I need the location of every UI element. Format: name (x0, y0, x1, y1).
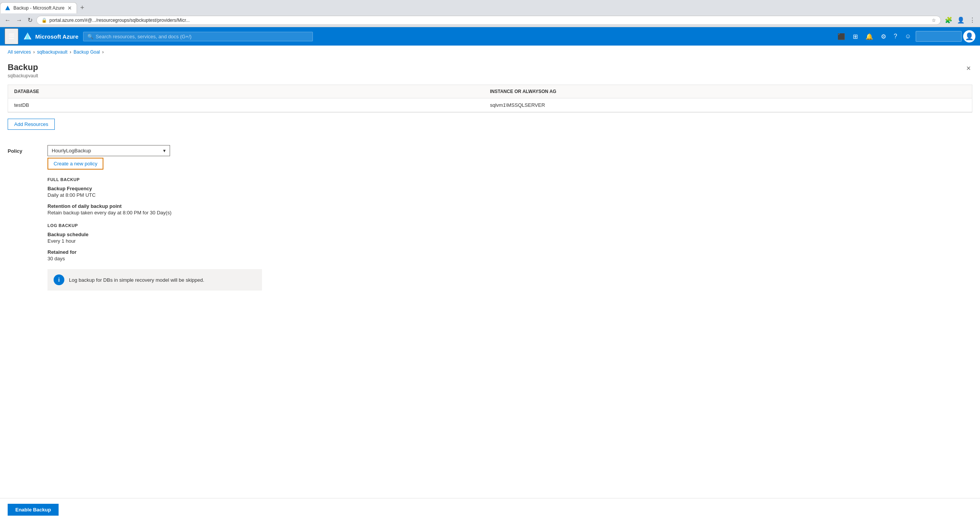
policy-details: FULL BACKUP Backup Frequency Daily at 8:… (47, 177, 972, 291)
azure-logo: Microsoft Azure (23, 32, 79, 41)
user-avatar[interactable]: 👤 (963, 30, 975, 42)
database-table: Database INSTANCE or AlwaysOn AG testDB … (8, 85, 972, 113)
backup-frequency-value: Daily at 8:00 PM UTC (47, 192, 972, 198)
full-backup-title: FULL BACKUP (47, 177, 972, 182)
table-row: testDB sqlvm1\MSSQLSERVER (8, 98, 972, 112)
address-bar-row: ← → ↻ 🔒 ☆ 🧩 👤 ⋮ (0, 13, 980, 27)
retained-label: Retained for (47, 249, 972, 255)
close-button[interactable]: × (965, 62, 972, 74)
search-box[interactable]: 🔍 (83, 32, 313, 41)
breadcrumb-all-services[interactable]: All services (8, 49, 31, 55)
breadcrumb-sep-1: › (33, 49, 35, 55)
star-icon[interactable]: ☆ (932, 18, 936, 23)
page-header: Backup sqlbackupvault × (0, 59, 980, 85)
policy-row: Policy HourlyLogBackup ▾ Create a new po… (8, 145, 972, 291)
create-new-policy-button[interactable]: Create a new policy (47, 158, 103, 170)
database-name: testDB (14, 102, 490, 108)
azure-logo-text: Microsoft Azure (35, 33, 79, 40)
hamburger-menu[interactable]: ☰ (5, 28, 18, 44)
avatar-icon: 👤 (965, 32, 973, 41)
active-tab[interactable]: Backup - Microsoft Azure ✕ (0, 2, 77, 13)
breadcrumb-sep-3: › (102, 49, 104, 55)
address-bar[interactable]: 🔒 ☆ (36, 16, 941, 25)
profile-icon[interactable]: 👤 (955, 15, 966, 25)
info-box: i Log backup for DBs in simple recovery … (47, 269, 262, 291)
backup-frequency-field: Backup Frequency Daily at 8:00 PM UTC (47, 186, 972, 198)
policy-controls: HourlyLogBackup ▾ Create a new policy FU… (47, 145, 972, 291)
backup-schedule-value: Every 1 hour (47, 238, 972, 244)
breadcrumb-goal[interactable]: Backup Goal (74, 49, 100, 55)
policy-section: Policy HourlyLogBackup ▾ Create a new po… (8, 145, 972, 291)
page-subtitle: sqlbackupvault (8, 73, 965, 78)
policy-label: Policy (8, 145, 38, 154)
back-button[interactable]: ← (3, 15, 12, 25)
svg-marker-0 (5, 6, 10, 10)
tab-close-btn[interactable]: ✕ (67, 5, 72, 11)
tab-bar: Backup - Microsoft Azure ✕ + (0, 0, 980, 13)
info-icon: i (54, 274, 64, 285)
notifications-icon[interactable]: 🔔 (862, 30, 876, 43)
menu-icon[interactable]: ⋮ (968, 15, 977, 25)
reload-button[interactable]: ↻ (26, 15, 34, 25)
table-header: Database INSTANCE or AlwaysOn AG (8, 85, 972, 98)
log-backup-title: LOG BACKUP (47, 223, 972, 228)
breadcrumb-sep-2: › (70, 49, 71, 55)
new-tab-button[interactable]: + (77, 2, 87, 13)
breadcrumb-vault[interactable]: sqlbackupvault (37, 49, 67, 55)
azure-favicon (5, 5, 10, 11)
directory-icon[interactable]: ⊞ (850, 30, 861, 43)
bottom-bar: Enable Backup (0, 498, 980, 521)
azure-nav: ☰ Microsoft Azure 🔍 ⬛ ⊞ 🔔 ⚙ ? ☺ 👤 (0, 27, 980, 46)
backup-schedule-label: Backup schedule (47, 232, 972, 237)
instance-name: sqlvm1\MSSQLSERVER (490, 102, 966, 108)
settings-icon[interactable]: ⚙ (878, 30, 889, 43)
lock-icon: 🔒 (41, 18, 47, 23)
backup-schedule-field: Backup schedule Every 1 hour (47, 232, 972, 244)
extensions-icon[interactable]: 🧩 (943, 15, 954, 25)
policy-dropdown[interactable]: HourlyLogBackup ▾ (47, 145, 170, 156)
feedback-icon[interactable]: ☺ (902, 30, 914, 43)
nav-icons: ⬛ ⊞ 🔔 ⚙ ? ☺ 👤 (834, 30, 975, 43)
col1-header: Database (14, 89, 490, 94)
forward-button[interactable]: → (15, 15, 24, 25)
retained-value: 30 days (47, 256, 972, 261)
search-input[interactable] (96, 34, 309, 39)
retention-label: Retention of daily backup point (47, 203, 972, 209)
main-content: All services › sqlbackupvault › Backup G… (0, 46, 980, 521)
page-title: Backup (8, 62, 965, 72)
dropdown-arrow-icon: ▾ (163, 148, 166, 154)
help-icon[interactable]: ? (891, 30, 900, 43)
azure-logo-icon (23, 32, 32, 41)
backup-frequency-label: Backup Frequency (47, 186, 972, 191)
url-input[interactable] (49, 18, 929, 23)
retention-value: Retain backup taken every day at 8:00 PM… (47, 210, 972, 216)
toolbar-icons: 🧩 👤 ⋮ (943, 15, 977, 25)
add-resources-button[interactable]: Add Resources (8, 119, 55, 130)
enable-backup-button[interactable]: Enable Backup (8, 504, 59, 516)
cloud-shell-icon[interactable]: ⬛ (834, 30, 848, 43)
retention-field: Retention of daily backup point Retain b… (47, 203, 972, 216)
tab-title: Backup - Microsoft Azure (13, 5, 64, 11)
portal-search-input[interactable] (916, 31, 962, 42)
retained-field: Retained for 30 days (47, 249, 972, 261)
col2-header: INSTANCE or AlwaysOn AG (490, 89, 966, 94)
page-title-block: Backup sqlbackupvault (8, 62, 965, 78)
full-backup-section: FULL BACKUP Backup Frequency Daily at 8:… (47, 177, 972, 216)
info-text: Log backup for DBs in simple recovery mo… (69, 277, 204, 283)
log-backup-section: LOG BACKUP Backup schedule Every 1 hour … (47, 223, 972, 261)
browser-chrome: Backup - Microsoft Azure ✕ + ← → ↻ 🔒 ☆ 🧩… (0, 0, 980, 27)
search-icon: 🔍 (87, 34, 93, 39)
policy-selected-value: HourlyLogBackup (52, 148, 91, 154)
breadcrumb: All services › sqlbackupvault › Backup G… (0, 46, 980, 59)
